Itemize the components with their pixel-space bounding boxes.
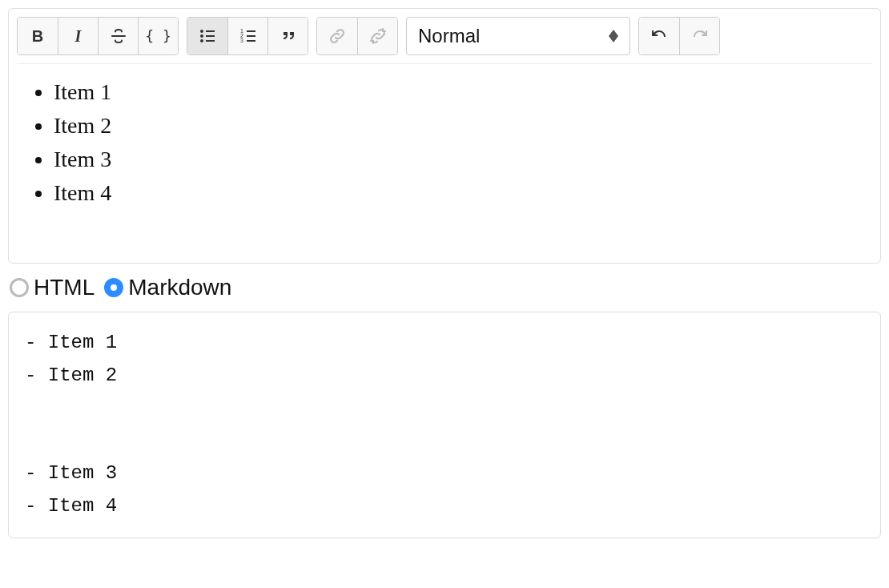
- radio-circle-icon: [104, 278, 123, 297]
- toolbar-group-list: 1 2 3: [187, 17, 308, 55]
- toolbar-group-link: [316, 17, 398, 55]
- blockquote-button[interactable]: [268, 18, 308, 54]
- italic-icon: I: [75, 28, 82, 44]
- svg-text:3: 3: [240, 38, 243, 43]
- svg-marker-18: [609, 36, 618, 42]
- editor-panel: B I { }: [8, 8, 881, 264]
- list-item[interactable]: Item 4: [54, 176, 864, 210]
- code-icon: { }: [145, 29, 171, 43]
- list-item[interactable]: Item 2: [54, 109, 864, 143]
- format-switch: HTML Markdown: [10, 275, 881, 300]
- bold-button[interactable]: B: [18, 18, 58, 54]
- undo-button[interactable]: [639, 18, 679, 54]
- editor-content[interactable]: Item 1 Item 2 Item 3 Item 4: [17, 72, 872, 256]
- radio-markdown-label: Markdown: [128, 275, 231, 300]
- radio-html[interactable]: HTML: [10, 275, 95, 300]
- toolbar-group-history: [638, 17, 720, 55]
- italic-button[interactable]: I: [58, 18, 98, 54]
- heading-select[interactable]: Normal: [406, 17, 630, 55]
- radio-html-label: HTML: [34, 275, 95, 300]
- unlink-button[interactable]: [357, 18, 397, 54]
- svg-point-2: [200, 34, 203, 38]
- list-item[interactable]: Item 1: [54, 75, 864, 109]
- ordered-list-icon: 1 2 3: [239, 26, 258, 46]
- link-button[interactable]: [317, 18, 357, 54]
- bullet-list: Item 1 Item 2 Item 3 Item 4: [25, 75, 864, 210]
- radio-markdown[interactable]: Markdown: [104, 275, 231, 300]
- list-item[interactable]: Item 3: [54, 143, 864, 176]
- select-arrows-icon: [609, 30, 618, 42]
- link-icon: [328, 26, 347, 46]
- unlink-icon: [368, 26, 388, 46]
- quote-icon: [279, 26, 298, 46]
- ordered-list-button[interactable]: 1 2 3: [227, 18, 268, 54]
- redo-button[interactable]: [679, 18, 719, 54]
- undo-icon: [650, 26, 669, 46]
- strikethrough-icon: [109, 26, 128, 46]
- strikethrough-button[interactable]: [98, 18, 138, 54]
- radio-circle-icon: [10, 278, 29, 297]
- toolbar-group-format: B I { }: [17, 17, 179, 55]
- bold-icon: B: [32, 28, 43, 44]
- code-button[interactable]: { }: [138, 18, 178, 54]
- svg-marker-17: [609, 30, 618, 36]
- svg-point-1: [200, 30, 203, 33]
- redo-icon: [690, 26, 710, 46]
- output-panel: - Item 1 - Item 2 - Item 3 - Item 4: [8, 312, 881, 538]
- bullet-list-icon: [198, 26, 217, 46]
- svg-point-3: [200, 39, 203, 42]
- editor-toolbar: B I { }: [17, 15, 872, 64]
- heading-select-label: Normal: [418, 25, 609, 47]
- output-text[interactable]: - Item 1 - Item 2 - Item 3 - Item 4: [25, 327, 864, 523]
- bullet-list-button[interactable]: [187, 18, 227, 54]
